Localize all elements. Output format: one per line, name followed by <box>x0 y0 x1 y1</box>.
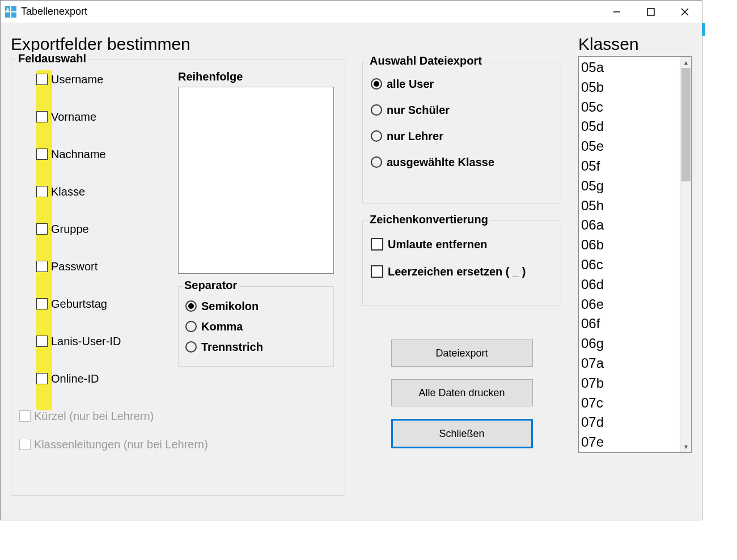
klassen-heading: Klassen <box>578 35 692 54</box>
klassen-item[interactable]: 06a <box>581 215 677 235</box>
print-button[interactable]: Alle Daten drucken <box>391 379 533 406</box>
right-column: Klassen 05a05b05c05d05e05f05g05h06a06b06… <box>578 29 692 496</box>
close-button[interactable] <box>668 1 702 23</box>
label-lanis-user-id: Lanis-User-ID <box>51 335 121 348</box>
scroll-down-arrow-icon[interactable]: ▾ <box>680 441 691 452</box>
export-selection-legend: Auswahl Dateiexport <box>367 54 484 67</box>
svg-point-4 <box>7 7 9 9</box>
klassen-item[interactable]: 07c <box>581 393 677 413</box>
label-alle-user: alle User <box>387 78 434 91</box>
klassen-item[interactable]: 05b <box>581 78 677 97</box>
maximize-button[interactable] <box>634 1 668 23</box>
separator-legend: Separator <box>182 279 239 292</box>
label-umlaute: Umlaute entfernen <box>388 238 488 251</box>
titlebar: Tabellenexport <box>1 1 702 23</box>
content: Exportfelder bestimmen Feldauswahl Usern… <box>1 23 702 520</box>
checkbox-umlaute[interactable] <box>371 238 383 251</box>
svg-rect-5 <box>6 10 9 11</box>
minimize-button[interactable] <box>600 1 634 23</box>
label-nur-schueler: nur Schüler <box>387 104 450 117</box>
close-dialog-button[interactable]: Schließen <box>391 419 533 448</box>
scroll-up-arrow-icon[interactable]: ▴ <box>680 57 691 68</box>
klassen-item[interactable]: 07a <box>581 354 677 374</box>
klassen-item[interactable]: 06f <box>581 314 677 334</box>
klassen-item[interactable]: 07b <box>581 374 677 393</box>
label-trennstrich: Trennstrich <box>201 341 263 354</box>
export-button[interactable]: Dateiexport <box>391 340 533 367</box>
char-conversion-group: Zeichenkonvertierung Umlaute entfernen L… <box>362 220 561 306</box>
klassen-item[interactable]: 05g <box>581 176 677 196</box>
checkbox-vorname[interactable] <box>36 111 48 122</box>
klassen-item[interactable]: 07e <box>581 432 677 452</box>
window-title: Tabellenexport <box>21 6 600 18</box>
button-stack: Dateiexport Alle Daten drucken Schließen <box>362 340 561 448</box>
klassen-item[interactable]: 05d <box>581 117 677 137</box>
klassen-item[interactable]: 05a <box>581 58 677 78</box>
print-button-label: Alle Daten drucken <box>418 387 505 399</box>
checkbox-gruppe[interactable] <box>36 223 48 235</box>
field-checkbox-column: Username Vorname Nachname Klasse Gruppe … <box>19 70 167 464</box>
feldauswahl-group: Feldauswahl Username Vorname Nachname Kl… <box>11 60 345 496</box>
label-username: Username <box>51 73 103 86</box>
radio-trennstrich[interactable] <box>185 341 197 353</box>
klassen-item[interactable]: 06b <box>581 235 677 255</box>
label-komma: Komma <box>201 320 243 333</box>
radio-komma[interactable] <box>185 321 197 332</box>
svg-rect-7 <box>647 9 654 15</box>
radio-nur-schueler[interactable] <box>371 104 382 116</box>
klassen-item[interactable]: 07d <box>581 413 677 432</box>
middle-column: Auswahl Dateiexport alle User nur Schüle… <box>362 29 561 496</box>
label-ausgewaehlte-klasse: ausgewählte Klasse <box>387 156 494 169</box>
label-klasse: Klasse <box>51 185 85 198</box>
char-conversion-legend: Zeichenkonvertierung <box>367 213 490 226</box>
checkbox-online-id[interactable] <box>36 373 48 384</box>
klassen-item[interactable]: 06d <box>581 275 677 295</box>
label-gruppe: Gruppe <box>51 223 89 236</box>
radio-ausgewaehlte-klasse[interactable] <box>371 156 382 168</box>
checkbox-klassenleitungen <box>19 439 31 450</box>
separator-group: Separator Semikolon Komma Trennstrich <box>178 286 334 367</box>
checkbox-nachname[interactable] <box>36 149 48 160</box>
checkbox-lanis-user-id[interactable] <box>36 336 48 347</box>
label-nachname: Nachname <box>51 148 106 161</box>
left-column: Exportfelder bestimmen Feldauswahl Usern… <box>11 29 345 496</box>
edge-accent <box>702 23 705 36</box>
klassen-item[interactable]: 05c <box>581 97 677 117</box>
export-selection-group: Auswahl Dateiexport alle User nur Schüle… <box>362 62 561 203</box>
label-passwort: Passwort <box>51 260 98 273</box>
checkbox-passwort[interactable] <box>36 261 48 272</box>
checkbox-leerzeichen[interactable] <box>371 265 383 278</box>
app-icon <box>5 6 16 18</box>
export-button-label: Dateiexport <box>435 347 488 359</box>
label-nur-lehrer: nur Lehrer <box>387 130 443 143</box>
svg-rect-2 <box>5 12 10 18</box>
klassen-item[interactable]: 06g <box>581 334 677 354</box>
scroll-thumb[interactable] <box>681 68 691 181</box>
scrollbar[interactable]: ▴ ▾ <box>680 57 691 452</box>
radio-semikolon[interactable] <box>185 300 197 312</box>
label-semikolon: Semikolon <box>201 300 259 313</box>
page-heading: Exportfelder bestimmen <box>11 35 345 54</box>
checkbox-geburtstag[interactable] <box>36 298 48 309</box>
klassen-item[interactable]: 06c <box>581 255 677 275</box>
checkbox-kuerzel <box>19 410 31 422</box>
klassen-item[interactable]: 05h <box>581 196 677 216</box>
svg-rect-1 <box>11 6 16 11</box>
label-kuerzel: Kürzel (nur bei Lehrern) <box>34 410 154 423</box>
klassen-item[interactable]: 05f <box>581 156 677 176</box>
order-separator-column: Reihenfolge Separator Semikolon Komma Tr… <box>178 70 337 464</box>
checkbox-klasse[interactable] <box>36 186 48 197</box>
klassen-list-items[interactable]: 05a05b05c05d05e05f05g05h06a06b06c06d06e0… <box>579 57 680 452</box>
klassen-item[interactable]: 05e <box>581 137 677 156</box>
radio-nur-lehrer[interactable] <box>371 130 382 142</box>
svg-rect-3 <box>11 12 16 18</box>
klassen-item[interactable]: 06e <box>581 295 677 315</box>
feldauswahl-legend: Feldauswahl <box>16 52 88 65</box>
order-listbox[interactable] <box>178 87 334 274</box>
order-label: Reihenfolge <box>178 70 337 83</box>
radio-alle-user[interactable] <box>371 78 382 90</box>
checkbox-username[interactable] <box>36 74 48 85</box>
klassen-listbox[interactable]: 05a05b05c05d05e05f05g05h06a06b06c06d06e0… <box>578 56 692 453</box>
label-online-id: Online-ID <box>51 372 99 385</box>
label-geburtstag: Geburtstag <box>51 298 107 311</box>
